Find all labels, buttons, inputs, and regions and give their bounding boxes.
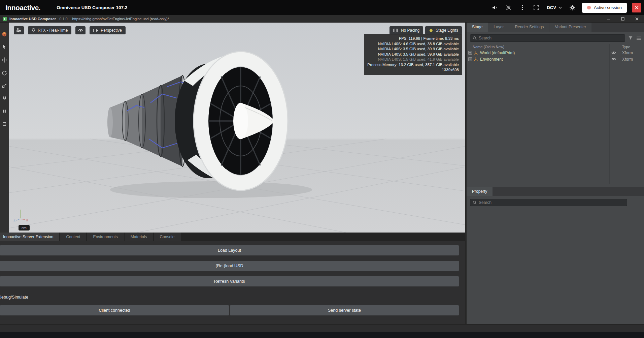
transform-tool-icon[interactable] bbox=[2, 31, 7, 37]
app-title: Omniverse USD Composer 107.2 bbox=[57, 5, 127, 10]
maximize-button[interactable] bbox=[616, 15, 630, 23]
client-connected-button[interactable]: Client connected bbox=[0, 305, 229, 315]
kebab-menu-icon[interactable] bbox=[518, 3, 527, 12]
type-column-header[interactable]: Type bbox=[622, 45, 630, 49]
visibility-menu-button[interactable] bbox=[75, 26, 86, 34]
visibility-eye-icon[interactable] bbox=[611, 51, 617, 54]
camera-icon bbox=[93, 29, 98, 32]
property-tab-bar: Property bbox=[467, 187, 644, 196]
tab-materials[interactable]: Materials bbox=[125, 233, 153, 241]
window-close-button[interactable] bbox=[630, 15, 644, 23]
rotate-tool-icon[interactable] bbox=[2, 70, 7, 75]
tab-render-settings[interactable]: Render Settings bbox=[509, 23, 549, 32]
send-server-state-button[interactable]: Send server state bbox=[230, 305, 459, 315]
no-pacing-button[interactable]: No Pacing bbox=[389, 26, 423, 34]
property-empty-area bbox=[467, 208, 644, 324]
close-icon bbox=[635, 6, 639, 9]
right-panel: Stage Layer Render Settings Variant Pres… bbox=[467, 23, 644, 324]
window-app-version: 0.1.0 bbox=[59, 17, 67, 21]
stat-resolution: 1339x608 bbox=[367, 67, 459, 73]
stat-gpu4: NVIDIA L40S: 1.5 GiB used, 41.9 GiB avai… bbox=[367, 57, 459, 62]
search-icon bbox=[473, 201, 477, 205]
tab-console[interactable]: Console bbox=[154, 233, 181, 241]
dcv-label: DCV bbox=[547, 5, 556, 10]
session-label: Active session bbox=[594, 5, 622, 10]
prim-name: Environment bbox=[480, 57, 503, 62]
viewport[interactable]: RTX - Real-Time Perspective No Pacing St… bbox=[9, 23, 465, 233]
stage-tree: Name (Old to New) Type World (defaultPri… bbox=[467, 44, 644, 187]
tab-stage[interactable]: Stage bbox=[467, 23, 488, 32]
stat-gpu3: NVIDIA L40S: 3.5 GiB used, 39.9 GiB avai… bbox=[367, 52, 459, 57]
session-status-dot bbox=[587, 6, 591, 9]
app-window: Innoactive. Omniverse USD Composer 107.2… bbox=[0, 0, 644, 338]
no-pacing-label: No Pacing bbox=[401, 28, 419, 33]
name-column-header[interactable]: Name (Old to New) bbox=[473, 45, 504, 49]
column-divider bbox=[619, 44, 619, 184]
annotation-off-icon[interactable] bbox=[504, 3, 513, 12]
frame-tool-icon[interactable] bbox=[2, 121, 7, 127]
innoactive-logo: Innoactive. bbox=[5, 4, 40, 12]
stage-tree-row-environment[interactable]: Environment Xform bbox=[467, 56, 644, 62]
expand-icon[interactable] bbox=[468, 51, 472, 55]
stage-column-headers: Name (Old to New) Type bbox=[467, 44, 644, 50]
streaming-top-bar: Innoactive. Omniverse USD Composer 107.2… bbox=[0, 0, 644, 15]
prim-type: Xform bbox=[622, 51, 633, 55]
tab-innoactive-server-extension[interactable]: Innoactive Server Extension bbox=[0, 233, 59, 241]
stage-search-box bbox=[470, 34, 625, 42]
scale-tool-icon[interactable] bbox=[2, 83, 7, 88]
stage-search-input[interactable] bbox=[479, 36, 622, 40]
units-badge[interactable]: cm bbox=[19, 225, 30, 231]
camera-dropdown[interactable]: Perspective bbox=[90, 26, 126, 34]
property-search-box bbox=[470, 199, 627, 206]
stat-gpu2: NVIDIA L40S: 3.5 GiB used, 39.9 GiB avai… bbox=[367, 47, 459, 52]
stage-tree-row-world[interactable]: World (defaultPrim) Xform bbox=[467, 50, 644, 56]
dcv-protocol-dropdown[interactable]: DCV bbox=[547, 5, 562, 10]
refresh-variants-button[interactable]: Refresh Variants bbox=[0, 276, 459, 286]
move-tool-icon[interactable] bbox=[2, 57, 7, 63]
fullscreen-icon[interactable] bbox=[532, 3, 540, 12]
tab-environments[interactable]: Environments bbox=[87, 233, 124, 241]
active-session-button[interactable]: Active session bbox=[582, 3, 627, 13]
renderer-dropdown[interactable]: RTX - Real-Time bbox=[28, 26, 71, 34]
viewport-left-toolbar bbox=[0, 23, 9, 233]
debug-simulate-label: Debug/Simulate bbox=[0, 295, 465, 300]
select-tool-icon[interactable] bbox=[2, 44, 7, 50]
axis-z-label: Z bbox=[13, 218, 15, 222]
axis-gizmo[interactable]: Z X bbox=[13, 206, 29, 222]
window-app-name: Innoactive USD Composer bbox=[9, 17, 56, 21]
stage-lights-button[interactable]: Stage Lights bbox=[425, 26, 462, 34]
tab-property[interactable]: Property bbox=[467, 187, 493, 196]
minimize-button[interactable] bbox=[602, 15, 616, 23]
tab-layer[interactable]: Layer bbox=[488, 23, 509, 32]
tab-content[interactable]: Content bbox=[60, 233, 86, 241]
chevron-down-icon bbox=[558, 7, 562, 9]
snap-tool-icon[interactable] bbox=[2, 95, 7, 101]
property-search-input[interactable] bbox=[479, 200, 624, 205]
eye-icon bbox=[78, 29, 83, 32]
engine-shadow bbox=[110, 181, 312, 198]
stage-lights-icon bbox=[429, 28, 433, 33]
filter-icon[interactable] bbox=[628, 36, 633, 40]
renderer-label: RTX - Real-Time bbox=[38, 28, 68, 33]
list-options-icon[interactable] bbox=[636, 36, 641, 40]
performance-stats-overlay: FPS: 119.98 | Frame time: 8.33 ms NVIDIA… bbox=[364, 34, 462, 75]
search-icon bbox=[473, 36, 477, 40]
property-panel: Property bbox=[467, 187, 644, 324]
bottom-tab-bar: Innoactive Server Extension Content Envi… bbox=[0, 233, 465, 241]
viewport-settings-button[interactable] bbox=[14, 26, 24, 34]
visibility-eye-icon[interactable] bbox=[611, 58, 617, 61]
panels-tool-icon[interactable] bbox=[2, 108, 7, 114]
reload-usd-button[interactable]: (Re-)load USD bbox=[0, 261, 459, 271]
window-title-bar: Innoactive USD Composer 0.1.0 https://ds… bbox=[0, 15, 644, 23]
expand-icon[interactable] bbox=[468, 57, 472, 61]
document-url: https://dsbg.gmbh/ov/JetEngine/JetEngine… bbox=[72, 17, 169, 21]
column-divider bbox=[609, 44, 610, 184]
stage-lights-label: Stage Lights bbox=[436, 28, 458, 33]
load-layout-button[interactable]: Load Layout bbox=[0, 245, 459, 255]
tab-variant-presenter[interactable]: Variant Presenter bbox=[549, 23, 591, 32]
volume-icon[interactable] bbox=[490, 3, 499, 12]
close-session-button[interactable] bbox=[632, 3, 641, 12]
stage-panel: Stage Layer Render Settings Variant Pres… bbox=[467, 23, 644, 187]
settings-gear-icon[interactable] bbox=[568, 3, 577, 12]
sliders-icon bbox=[16, 28, 21, 32]
